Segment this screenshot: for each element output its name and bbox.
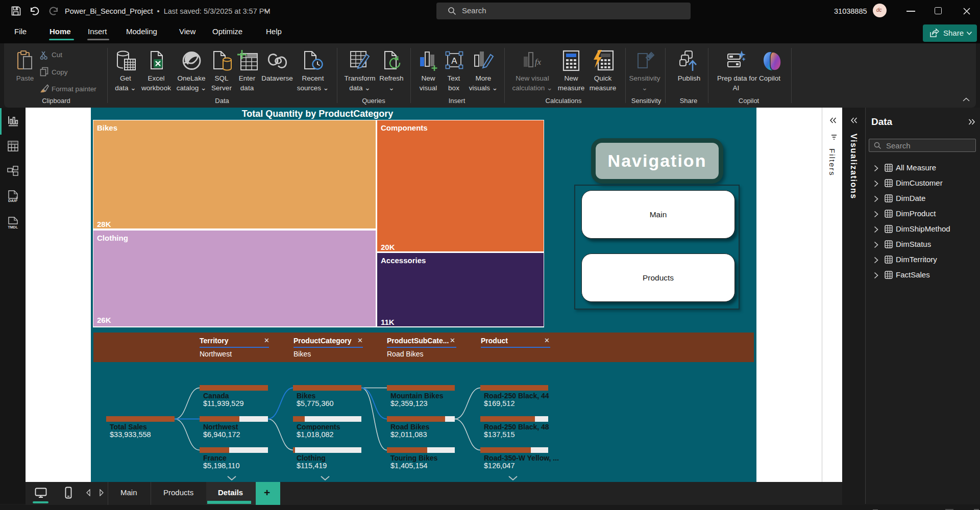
svg-text:fx: fx	[535, 57, 542, 67]
svg-text:TMDL: TMDL	[8, 225, 18, 229]
svg-text:A: A	[451, 56, 457, 66]
svg-text:DAX: DAX	[8, 198, 16, 203]
